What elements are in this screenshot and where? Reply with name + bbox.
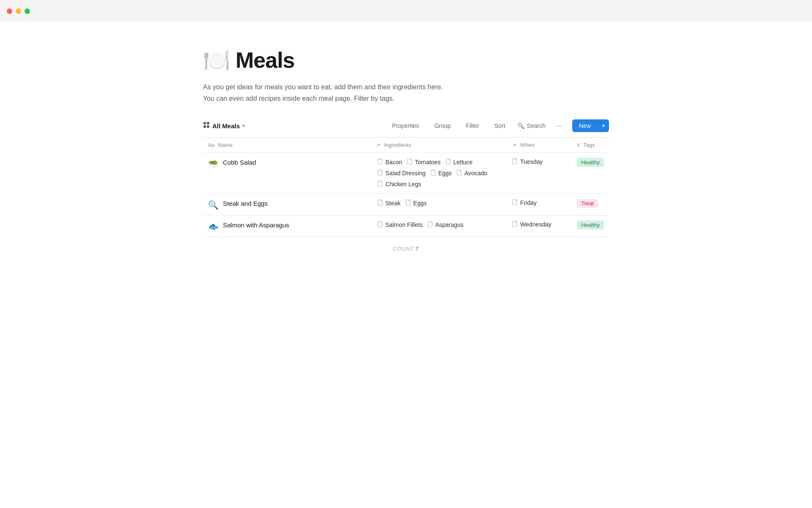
col-header-tags: ≡ Tags [572,138,609,153]
ingredient-name: Salad Dressing [385,170,425,177]
ingredient-item[interactable]: Chicken Legs [376,180,423,188]
ingredient-item[interactable]: Asparagus [426,221,465,229]
meal-name: Steak and Eggs [223,200,268,207]
doc-icon [512,199,518,207]
doc-icon [378,199,383,207]
when-value: Wednesday [520,221,551,228]
ingredient-item[interactable]: Eggs [404,199,428,207]
when-col-icon: ↗ [512,142,516,148]
svg-rect-0 [203,122,206,124]
doc-icon [428,221,433,229]
doc-icon [378,221,383,229]
meal-name-cell[interactable]: 🔍 Steak and Eggs [208,199,366,210]
page-description: As you get ideas for meals you want to e… [203,81,609,104]
doc-icon [407,158,413,166]
meal-emoji: 🔍 [208,200,219,210]
doc-icon [512,221,518,228]
titlebar [0,0,812,22]
table-row: 🥗 Cobb Salad Bacon Tomat [203,153,609,194]
meal-name-cell[interactable]: 🥗 Cobb Salad [208,158,366,169]
ingredient-list: Steak Eggs [376,199,502,207]
new-btn-arrow-icon[interactable]: ▾ [598,120,609,132]
svg-rect-2 [203,125,206,128]
meal-name-cell[interactable]: 🐟 Salmon with Asparagus [208,221,366,232]
meal-emoji: 🐟 [208,221,219,232]
ingredient-name: Lettuce [453,159,473,166]
doc-icon [431,169,436,177]
page-title: Meals [236,47,295,73]
toolbar-left: All Meals ▾ [203,121,389,130]
ingredient-name: Tomatoes [415,159,441,166]
ingredient-item[interactable]: Steak [376,199,402,207]
ingredient-name: Chicken Legs [385,181,421,188]
name-col-icon: Aa [208,142,214,148]
when-item[interactable]: Friday [512,199,567,207]
more-options-button[interactable]: ··· [554,120,564,132]
ingredients-col-icon: ↗ [376,142,380,148]
tag-badge[interactable]: Healthy [577,221,604,229]
chevron-down-icon[interactable]: ▾ [242,123,245,129]
col-header-when: ↗ When [507,138,572,153]
close-button[interactable] [7,8,12,14]
ingredient-name: Eggs [438,170,452,177]
count-footer: COUNT 7 [203,237,609,260]
tag-badge[interactable]: Treat [577,199,598,208]
maximize-button[interactable] [25,8,30,14]
table-row: 🐟 Salmon with Asparagus Salmon Fillets [203,215,609,237]
doc-icon [378,169,383,177]
meal-name: Salmon with Asparagus [223,221,289,229]
tag-badge[interactable]: Healthy [577,158,604,167]
ingredient-name: Salmon Fillets [385,221,422,228]
ingredient-item[interactable]: Bacon [376,158,404,166]
ingredient-name: Steak [385,200,401,207]
when-item[interactable]: Tuesday [512,158,567,166]
ingredient-name: Eggs [413,200,427,207]
ingredient-item[interactable]: Eggs [429,169,453,177]
doc-icon [378,158,383,166]
toolbar-right: Properties Group Filter Sort 🔍 Search ··… [389,119,609,132]
doc-icon [406,199,411,207]
ingredient-item[interactable]: Salmon Fillets [376,221,424,229]
ingredient-name: Avocado [464,170,487,177]
when-value: Friday [520,199,537,206]
when-value: Tuesday [520,158,543,165]
when-item[interactable]: Wednesday [512,221,567,228]
main-content: 🍽️ Meals As you get ideas for meals you … [152,22,660,277]
view-icon [203,121,210,130]
page-icon: 🍽️ [203,49,230,71]
meal-name: Cobb Salad [223,159,256,166]
col-header-name: Aa Name [203,138,371,153]
toolbar: All Meals ▾ Properties Group Filter Sort… [203,119,609,138]
ingredient-item[interactable]: Avocado [455,169,489,177]
tags-col-icon: ≡ [577,142,580,148]
properties-button[interactable]: Properties [389,121,422,131]
ingredient-name: Asparagus [435,221,464,228]
col-header-ingredients: ↗ Ingredients [371,138,507,153]
table-header-row: Aa Name ↗ Ingredients ↗ When ≡ Tags [203,138,609,153]
ingredient-list: Salmon Fillets Asparagus [376,221,502,229]
doc-icon [378,180,383,188]
sort-button[interactable]: Sort [491,121,509,131]
minimize-button[interactable] [16,8,21,14]
group-button[interactable]: Group [431,121,454,131]
search-icon: 🔍 [517,122,524,129]
doc-icon [512,158,518,166]
meal-emoji: 🥗 [208,159,219,169]
ingredient-item[interactable]: Salad Dressing [376,169,427,177]
ingredient-list: Bacon Tomatoes Lettuce [376,158,502,188]
view-name[interactable]: All Meals [212,122,240,130]
doc-icon [446,158,451,166]
new-button[interactable]: New ▾ [572,119,609,132]
ingredient-item[interactable]: Lettuce [444,158,475,166]
filter-button[interactable]: Filter [463,121,483,131]
meals-table: Aa Name ↗ Ingredients ↗ When ≡ Tags [203,138,609,237]
svg-rect-3 [207,125,209,128]
svg-rect-1 [207,122,209,124]
ingredient-item[interactable]: Tomatoes [406,158,442,166]
doc-icon [457,169,462,177]
table-row: 🔍 Steak and Eggs Steak E [203,194,609,215]
page-header: 🍽️ Meals [203,47,609,73]
ingredient-name: Bacon [385,159,402,166]
search-button[interactable]: 🔍 Search [517,122,546,129]
